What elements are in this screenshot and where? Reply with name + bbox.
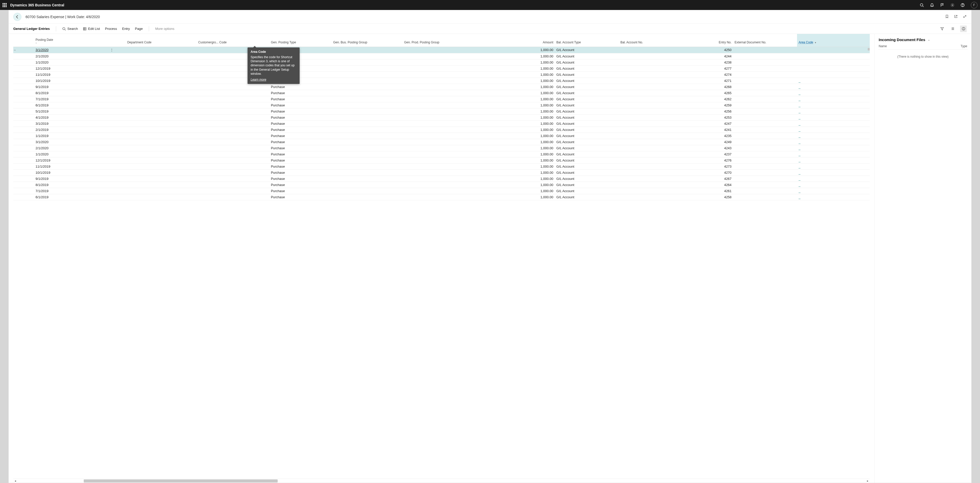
cell-gen-bus-pg[interactable] (331, 114, 402, 121)
cell-gen-bus-pg[interactable] (331, 169, 402, 176)
scroll-right-arrow-icon[interactable]: ► (865, 479, 870, 483)
cell-gen-posting-type[interactable]: Purchase (269, 108, 331, 114)
cell-entry-no[interactable]: 4274 (669, 71, 733, 78)
filter-icon[interactable] (939, 25, 945, 32)
cell-dept-code[interactable] (126, 145, 197, 151)
cell-dept-code[interactable] (126, 90, 197, 96)
cell-bal-acct-type[interactable]: G/L Account (555, 102, 619, 108)
cell-posting-date[interactable]: 1/1/2020 (34, 151, 108, 157)
cell-custgrp-code[interactable] (197, 133, 269, 139)
cell-bal-acct-type[interactable]: G/L Account (555, 114, 619, 121)
cell-dept-code[interactable] (126, 84, 197, 90)
cell-entry-no[interactable]: 4253 (669, 114, 733, 121)
cell-gen-prod-pg[interactable] (402, 90, 475, 96)
cell-entry-no[interactable]: 4247 (669, 121, 733, 127)
cell-gen-bus-pg[interactable] (331, 90, 402, 96)
cell-area-code[interactable]: _ (797, 121, 870, 127)
cell-custgrp-code[interactable] (197, 169, 269, 176)
cell-custgrp-code[interactable] (197, 90, 269, 96)
table-row[interactable]: 2/1/2020Purchase1,000.00G/L Account4243_ (13, 145, 870, 151)
table-row[interactable]: 7/1/2019Purchase1,000.00G/L Account4262_ (13, 96, 870, 102)
cell-area-code[interactable] (797, 65, 870, 71)
cell-posting-date[interactable]: 2/1/2020 (34, 145, 108, 151)
cell-bal-acct-type[interactable]: G/L Account (555, 53, 619, 59)
cell-dept-code[interactable] (126, 188, 197, 194)
cell-entry-no[interactable]: 4264 (669, 182, 733, 188)
cell-gen-bus-pg[interactable] (331, 71, 402, 78)
cell-gen-prod-pg[interactable] (402, 182, 475, 188)
cell-dept-code[interactable] (126, 96, 197, 102)
cell-bal-acct-no[interactable] (619, 47, 669, 53)
cell-bal-acct-no[interactable] (619, 102, 669, 108)
cell-dept-code[interactable] (126, 182, 197, 188)
cell-bal-acct-no[interactable] (619, 121, 669, 127)
cell-amount[interactable]: 1,000.00 (475, 121, 555, 127)
cell-ext-doc-no[interactable] (733, 133, 797, 139)
cell-entry-no[interactable]: 4268 (669, 84, 733, 90)
cell-entry-no[interactable]: 4261 (669, 188, 733, 194)
cmd-process[interactable]: Process (105, 27, 117, 31)
cell-custgrp-code[interactable] (197, 151, 269, 157)
cell-area-code[interactable]: _ (797, 84, 870, 90)
col-ext-doc-no[interactable]: External Document No. (733, 34, 797, 47)
cell-dept-code[interactable] (126, 127, 197, 133)
cell-amount[interactable]: 1,000.00 (475, 182, 555, 188)
cell-amount[interactable]: 1,000.00 (475, 59, 555, 65)
cell-dept-code[interactable] (126, 176, 197, 182)
cell-custgrp-code[interactable] (197, 84, 269, 90)
cell-posting-date[interactable]: 5/1/2019 (34, 108, 108, 114)
cell-bal-acct-no[interactable] (619, 84, 669, 90)
notifications-icon[interactable] (930, 3, 934, 7)
cell-gen-bus-pg[interactable] (331, 194, 402, 200)
cell-entry-no[interactable]: 4250 (669, 47, 733, 53)
table-row[interactable]: 12/1/2019Purchase1,000.00G/L Account4277 (13, 65, 870, 71)
cell-bal-acct-no[interactable] (619, 139, 669, 145)
cell-posting-date[interactable]: 4/1/2019 (34, 114, 108, 121)
cell-ext-doc-no[interactable] (733, 139, 797, 145)
cell-posting-date[interactable]: 3/1/2019 (34, 121, 108, 127)
cell-gen-posting-type[interactable]: Purchase (269, 151, 331, 157)
cell-gen-bus-pg[interactable] (331, 96, 402, 102)
cell-ext-doc-no[interactable] (733, 188, 797, 194)
cell-entry-no[interactable]: 4238 (669, 59, 733, 65)
table-row[interactable]: 1/1/2019Purchase1,000.00G/L Account4235_ (13, 133, 870, 139)
cell-custgrp-code[interactable] (197, 139, 269, 145)
cell-bal-acct-no[interactable] (619, 163, 669, 169)
cell-dept-code[interactable] (126, 157, 197, 163)
cell-dept-code[interactable] (126, 65, 197, 71)
cell-bal-acct-type[interactable]: G/L Account (555, 163, 619, 169)
cell-dept-code[interactable] (126, 71, 197, 78)
col-amount[interactable]: Amount (475, 34, 555, 47)
cell-entry-no[interactable]: 4241 (669, 127, 733, 133)
cell-gen-bus-pg[interactable] (331, 84, 402, 90)
cell-ext-doc-no[interactable] (733, 71, 797, 78)
cell-gen-bus-pg[interactable] (331, 157, 402, 163)
cell-gen-bus-pg[interactable] (331, 102, 402, 108)
factbox-header[interactable]: Incoming Document Files ⌄ (878, 37, 968, 44)
cell-ext-doc-no[interactable] (733, 114, 797, 121)
cell-posting-date[interactable]: 11/1/2019 (34, 71, 108, 78)
cell-gen-posting-type[interactable]: Purchase (269, 114, 331, 121)
cell-gen-prod-pg[interactable] (402, 78, 475, 84)
cell-area-code[interactable]: _ (797, 182, 870, 188)
cell-bal-acct-no[interactable] (619, 151, 669, 157)
cell-bal-acct-no[interactable] (619, 78, 669, 84)
cell-posting-date[interactable]: 9/1/2019 (34, 176, 108, 182)
cell-gen-posting-type[interactable]: Purchase (269, 145, 331, 151)
col-bal-acct-no[interactable]: Bal. Account No. (619, 34, 669, 47)
cell-bal-acct-type[interactable]: G/L Account (555, 90, 619, 96)
cell-posting-date[interactable]: 3/1/2020 (34, 47, 108, 53)
cell-gen-bus-pg[interactable] (331, 176, 402, 182)
cell-posting-date[interactable]: 12/1/2019 (34, 65, 108, 71)
cell-ext-doc-no[interactable] (733, 65, 797, 71)
flag-icon[interactable] (940, 3, 944, 7)
cell-entry-no[interactable]: 4265 (669, 90, 733, 96)
cell-entry-no[interactable]: 4243 (669, 145, 733, 151)
cell-dept-code[interactable] (126, 108, 197, 114)
cell-gen-prod-pg[interactable] (402, 121, 475, 127)
cell-bal-acct-no[interactable] (619, 108, 669, 114)
cell-dept-code[interactable] (126, 114, 197, 121)
col-posting-date[interactable]: Posting Date ↓ (34, 34, 108, 47)
cell-area-code[interactable] (797, 71, 870, 78)
table-row[interactable]: 8/1/2019Purchase1,000.00G/L Account4265_ (13, 90, 870, 96)
